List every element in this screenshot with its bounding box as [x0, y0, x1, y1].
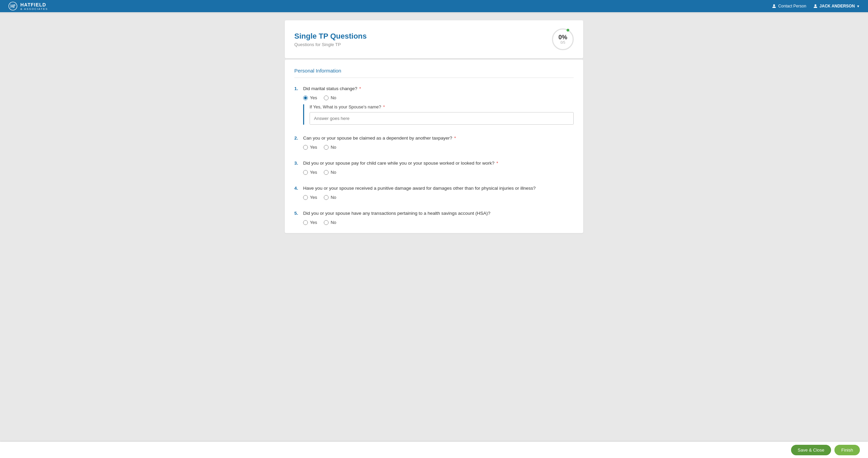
logo-area: HATFIELD & ASSOCIATES: [8, 1, 48, 11]
required-star-1: *: [358, 86, 361, 91]
question-3-yes-label: Yes: [310, 170, 317, 175]
question-3-yes-option[interactable]: Yes: [303, 170, 317, 175]
question-4-number: 4.: [294, 186, 301, 191]
progress-dot: [567, 29, 569, 32]
question-2-no-option[interactable]: No: [324, 145, 336, 150]
user-menu-button[interactable]: JACK ANDERSON ▼: [813, 4, 860, 8]
header-actions: Contact Person JACK ANDERSON ▼: [772, 4, 860, 8]
question-3-number: 3.: [294, 161, 301, 166]
question-1-conditional: If Yes, What is your Spouse's name? *: [303, 104, 574, 125]
question-2-block: 2. Can you or your spouse be claimed as …: [294, 136, 574, 150]
question-1-block: 1. Did marital status change? * Yes No I…: [294, 86, 574, 125]
person-icon: [772, 4, 776, 8]
question-4-yes-label: Yes: [310, 195, 317, 200]
progress-fraction: 0/5: [560, 41, 565, 44]
question-1-text: Did marital status change? *: [303, 86, 361, 91]
question-1-yes-radio[interactable]: [303, 96, 308, 100]
question-2-radio-group: Yes No: [303, 145, 574, 150]
question-5-yes-option[interactable]: Yes: [303, 220, 317, 225]
user-icon: [813, 4, 818, 8]
question-2-label: 2. Can you or your spouse be claimed as …: [294, 136, 574, 141]
question-3-no-radio[interactable]: [324, 170, 329, 175]
conditional-label-1: If Yes, What is your Spouse's name? *: [310, 104, 574, 109]
question-5-no-option[interactable]: No: [324, 220, 336, 225]
question-5-yes-label: Yes: [310, 220, 317, 225]
section-title: Personal Information: [294, 68, 574, 78]
spouse-name-input[interactable]: [310, 112, 574, 125]
question-4-label: 4. Have you or your spouse received a pu…: [294, 186, 574, 191]
progress-circle: 0% 0/5: [552, 28, 574, 50]
question-1-label: 1. Did marital status change? *: [294, 86, 574, 91]
question-4-block: 4. Have you or your spouse received a pu…: [294, 186, 574, 200]
question-5-no-label: No: [331, 220, 336, 225]
chevron-down-icon: ▼: [856, 4, 860, 8]
question-5-yes-radio[interactable]: [303, 220, 308, 225]
svg-point-2: [773, 4, 775, 6]
page-title: Single TP Questions: [294, 32, 367, 41]
question-4-yes-option[interactable]: Yes: [303, 195, 317, 200]
contact-person-button[interactable]: Contact Person: [772, 4, 806, 8]
question-1-number: 1.: [294, 86, 301, 91]
question-5-text: Did you or your spouse have any transact…: [303, 211, 490, 216]
question-2-yes-radio[interactable]: [303, 145, 308, 150]
question-1-radio-group: Yes No: [303, 95, 574, 100]
question-3-label: 3. Did you or your spouse pay for child …: [294, 161, 574, 166]
finish-button[interactable]: Finish: [834, 445, 860, 455]
question-1-yes-label: Yes: [310, 95, 317, 100]
question-2-text: Can you or your spouse be claimed as a d…: [303, 136, 456, 141]
question-1-yes-option[interactable]: Yes: [303, 95, 317, 100]
page-subtitle: Questions for Single TP: [294, 42, 367, 47]
question-3-no-label: No: [331, 170, 336, 175]
question-1-no-option[interactable]: No: [324, 95, 336, 100]
question-4-radio-group: Yes No: [303, 195, 574, 200]
question-2-no-radio[interactable]: [324, 145, 329, 150]
form-card: Personal Information 1. Did marital stat…: [285, 60, 583, 233]
question-4-yes-radio[interactable]: [303, 195, 308, 200]
question-5-label: 5. Did you or your spouse have any trans…: [294, 211, 574, 216]
question-1-no-label: No: [331, 95, 336, 100]
question-2-yes-label: Yes: [310, 145, 317, 150]
question-2-no-label: No: [331, 145, 336, 150]
hatfield-logo-icon: [8, 1, 18, 11]
question-5-block: 5. Did you or your spouse have any trans…: [294, 211, 574, 225]
question-4-no-label: No: [331, 195, 336, 200]
svg-point-3: [814, 4, 816, 6]
question-3-radio-group: Yes No: [303, 170, 574, 175]
logo-text: HATFIELD & ASSOCIATES: [20, 2, 48, 11]
footer-bar: Save & Close Finish: [0, 442, 868, 458]
question-3-no-option[interactable]: No: [324, 170, 336, 175]
required-star-3: *: [495, 161, 498, 166]
question-4-no-option[interactable]: No: [324, 195, 336, 200]
question-5-number: 5.: [294, 211, 301, 216]
question-5-no-radio[interactable]: [324, 220, 329, 225]
app-header: HATFIELD & ASSOCIATES Contact Person JAC…: [0, 0, 868, 12]
question-1-no-radio[interactable]: [324, 96, 329, 100]
title-text-area: Single TP Questions Questions for Single…: [294, 32, 367, 47]
question-3-text: Did you or your spouse pay for child car…: [303, 161, 498, 166]
progress-percent: 0%: [558, 34, 567, 40]
question-2-number: 2.: [294, 136, 301, 141]
question-5-radio-group: Yes No: [303, 220, 574, 225]
required-star-2: *: [453, 136, 456, 141]
required-star-conditional-1: *: [382, 104, 385, 109]
question-2-yes-option[interactable]: Yes: [303, 145, 317, 150]
question-3-yes-radio[interactable]: [303, 170, 308, 175]
main-content: Single TP Questions Questions for Single…: [271, 14, 597, 458]
title-card: Single TP Questions Questions for Single…: [285, 20, 583, 58]
question-4-no-radio[interactable]: [324, 195, 329, 200]
question-4-text: Have you or your spouse received a punit…: [303, 186, 536, 191]
question-3-block: 3. Did you or your spouse pay for child …: [294, 161, 574, 175]
save-close-button[interactable]: Save & Close: [791, 445, 831, 455]
